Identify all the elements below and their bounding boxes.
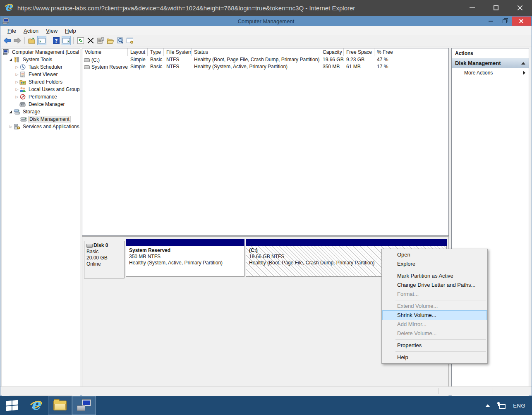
disk-size: 20.00 GB [86, 255, 122, 261]
table-row[interactable]: System Reserved Simple Basic NTFS Health… [82, 63, 448, 70]
tree-item-label: Services and Applications [22, 124, 80, 130]
menu-item-mark-partition-as-active[interactable]: Mark Partition as Active [383, 271, 486, 281]
column-header-type[interactable]: Type [148, 48, 164, 56]
volume-layout: Simple [128, 56, 148, 63]
properties-icon[interactable] [96, 36, 105, 45]
column-header-file-system[interactable]: File System [164, 48, 192, 56]
menu-separator [395, 300, 486, 300]
menu-action[interactable]: Action [20, 27, 42, 35]
users-icon [19, 86, 26, 92]
menu-item-help[interactable]: Help [383, 353, 486, 362]
chevron-collapsed-icon[interactable]: ▷ [14, 80, 19, 84]
menu-item-explore[interactable]: Explore [383, 259, 486, 269]
column-header-layout[interactable]: Layout [128, 48, 148, 56]
menu-separator [395, 351, 486, 352]
tree-item-performance[interactable]: ▷ Performance [2, 93, 80, 101]
collapse-icon[interactable] [521, 62, 525, 65]
network-icon[interactable] [497, 402, 506, 409]
submenu-arrow-icon [523, 71, 525, 75]
tree-item-task-scheduler[interactable]: ▷ Task Scheduler [2, 63, 80, 71]
browser-close-button[interactable] [508, 0, 532, 16]
column-header-pct-free[interactable]: % Free [374, 48, 448, 56]
console-tree-pane: Computer Management (Local System Tools … [2, 48, 80, 401]
column-header-free-space[interactable]: Free Space [344, 48, 374, 56]
taskbar-internet-explorer-button[interactable]: e [24, 396, 48, 415]
column-header-volume[interactable]: Volume [82, 48, 128, 56]
volume-fs: NTFS [164, 56, 192, 63]
tree-item-services-and-applications[interactable]: ▷ Services and Applications [2, 123, 80, 130]
export-icon[interactable] [27, 36, 36, 45]
tree-item-event-viewer[interactable]: ▷ Event Viewer [2, 71, 80, 78]
chevron-collapsed-icon[interactable]: ▷ [14, 95, 19, 99]
chevron-collapsed-icon[interactable]: ▷ [14, 72, 19, 77]
tree-item-label: Event Viewer [28, 72, 58, 77]
window-close-button[interactable] [512, 17, 531, 26]
tree-item-shared-folders[interactable]: ▷ Shared Folders [2, 78, 80, 86]
menu-item-change-drive-letter-and-paths[interactable]: Change Drive Letter and Paths... [383, 281, 486, 290]
partition-color-bar [126, 239, 244, 246]
taskbar-computer-management-button[interactable] [72, 396, 96, 415]
start-button[interactable] [0, 396, 24, 415]
menubar: File Action View Help [0, 26, 532, 35]
menu-file[interactable]: File [4, 27, 20, 35]
volume-status: Healthy (System, Active, Primary Partiti… [192, 63, 320, 70]
tree-item-local-users-and-groups[interactable]: ▷ Local Users and Groups [2, 86, 80, 93]
tree-item-storage[interactable]: Storage [2, 108, 80, 115]
show-hidden-icons-button[interactable] [486, 404, 490, 407]
column-header-status[interactable]: Status [192, 48, 320, 56]
table-row[interactable]: (C:) Simple Basic NTFS Healthy (Boot, Pa… [82, 56, 448, 63]
volume-free: 9.23 GB [344, 56, 374, 63]
volume-type: Basic [148, 56, 164, 63]
more-actions-label: More Actions [464, 70, 493, 76]
language-indicator[interactable]: ENG [513, 403, 525, 409]
browser-title-text: https://www.practice-labs.com/?client=ja… [17, 5, 460, 12]
disk-icon [20, 116, 27, 122]
actions-group-disk-management[interactable]: Disk Management [452, 58, 529, 68]
tree-item-device-manager[interactable]: Device Manager [2, 101, 80, 108]
disk0-header[interactable]: Disk 0 Basic 20.00 GB Online [84, 241, 125, 278]
console-tree-toggle-icon[interactable] [37, 36, 46, 45]
menu-item-open[interactable]: Open [383, 250, 486, 259]
menu-view[interactable]: View [42, 27, 61, 35]
partition-system-reserved[interactable]: System Reserved 350 MB NTFS Healthy (Sys… [126, 239, 244, 277]
open-icon[interactable] [106, 36, 115, 45]
window-minimize-button[interactable] [484, 17, 498, 25]
chevron-expanded-icon[interactable] [9, 110, 12, 113]
tree-item-label: Device Manager [28, 101, 65, 107]
chevron-collapsed-icon[interactable]: ▷ [14, 65, 19, 69]
window-restore-button[interactable] [498, 17, 512, 25]
menu-help[interactable]: Help [61, 27, 80, 35]
help-icon[interactable]: ? [52, 36, 61, 45]
volume-status: Healthy (Boot, Page File, Crash Dump, Pr… [192, 56, 320, 63]
window-statusbar [0, 386, 532, 396]
taskbar: e ENG [0, 396, 532, 415]
tree-item-computer-management[interactable]: Computer Management (Local [2, 48, 80, 56]
chevron-expanded-icon[interactable] [9, 58, 12, 61]
tree-item-disk-management[interactable]: Disk Management [2, 115, 80, 123]
browser-minimize-button[interactable] [460, 0, 484, 16]
chevron-collapsed-icon[interactable]: ▷ [14, 87, 19, 91]
tree-item-system-tools[interactable]: System Tools [2, 56, 80, 63]
search-icon[interactable] [116, 36, 125, 45]
menu-item-properties[interactable]: Properties [383, 341, 486, 350]
performance-icon [19, 94, 26, 100]
more-actions-item[interactable]: More Actions [452, 68, 529, 77]
taskbar-file-explorer-button[interactable] [48, 396, 72, 415]
window-titlebar[interactable]: Computer Management [0, 16, 532, 26]
disk-drive-icon [86, 244, 93, 248]
settings-icon[interactable] [126, 36, 135, 45]
browser-maximize-button[interactable] [484, 0, 508, 16]
delete-icon[interactable] [86, 36, 95, 45]
volume-name: (C:) [91, 57, 100, 63]
svg-text:?: ? [55, 38, 58, 44]
back-icon[interactable] [3, 36, 12, 45]
chevron-collapsed-icon[interactable]: ▷ [8, 125, 14, 129]
volume-free: 61 MB [344, 63, 374, 70]
forward-icon[interactable] [13, 36, 22, 45]
action-pane-toggle-icon[interactable] [62, 36, 71, 45]
refresh-icon[interactable] [76, 36, 85, 45]
browser-titlebar[interactable]: e https://www.practice-labs.com/?client=… [0, 0, 532, 16]
event-log-icon [19, 72, 26, 77]
column-header-capacity[interactable]: Capacity [320, 48, 344, 56]
menu-item-shrink-volume[interactable]: Shrink Volume... [383, 311, 486, 320]
